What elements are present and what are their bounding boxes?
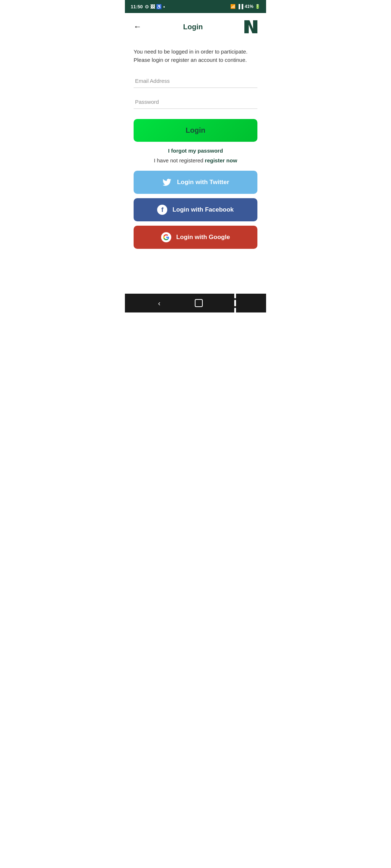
app-logo: [243, 19, 259, 35]
not-registered-label: I have not registered: [154, 157, 205, 163]
facebook-icon: f: [157, 205, 167, 215]
google-icon: [161, 232, 171, 242]
status-bar: 11:50 ⊙ 🖼 ♿ • 📶 ▐▐ 41% 🔋: [125, 0, 266, 13]
page-title: Login: [183, 23, 203, 31]
google-login-button[interactable]: Login with Google: [134, 226, 257, 249]
twitter-icon: [162, 177, 172, 187]
password-field-group: [134, 95, 257, 109]
email-input[interactable]: [134, 74, 257, 88]
signal-icon: ▐▐: [237, 4, 243, 9]
description-text: You need to be logged in in order to par…: [134, 48, 257, 64]
bottom-navigation: ‹: [125, 294, 266, 312]
facebook-login-label: Login with Facebook: [172, 206, 234, 213]
back-nav-button[interactable]: ‹: [155, 296, 163, 310]
nav-line-2: [234, 300, 236, 306]
twitter-login-button[interactable]: Login with Twitter: [134, 171, 257, 194]
status-left: 11:50 ⊙ 🖼 ♿ •: [131, 4, 165, 9]
main-content: You need to be logged in in order to par…: [125, 41, 266, 260]
google-login-label: Login with Google: [176, 234, 230, 241]
battery-icon: 🔋: [255, 4, 260, 9]
password-input[interactable]: [134, 95, 257, 109]
status-icons: ⊙ 🖼 ♿ •: [145, 4, 165, 9]
facebook-login-button[interactable]: f Login with Facebook: [134, 198, 257, 221]
forgot-password-link[interactable]: I forgot my password: [134, 148, 257, 154]
wifi-icon: 📶: [230, 4, 236, 9]
status-right: 📶 ▐▐ 41% 🔋: [230, 4, 260, 9]
register-text: I have not registered register now: [134, 157, 257, 163]
back-arrow-icon: ←: [134, 22, 142, 31]
facebook-f-letter: f: [161, 206, 163, 214]
login-button[interactable]: Login: [134, 119, 257, 142]
header: ← Login: [125, 13, 266, 41]
back-button[interactable]: ←: [132, 21, 143, 33]
nav-line-1: [234, 292, 236, 298]
nav-line-3: [234, 308, 236, 312]
svg-marker-0: [244, 20, 257, 33]
battery-level: 41%: [245, 4, 253, 9]
status-time: 11:50: [131, 4, 143, 9]
recents-nav-button[interactable]: [234, 292, 236, 312]
register-now-link[interactable]: register now: [205, 157, 237, 163]
email-field-group: [134, 74, 257, 88]
twitter-login-label: Login with Twitter: [177, 179, 229, 186]
home-nav-button[interactable]: [195, 299, 203, 307]
